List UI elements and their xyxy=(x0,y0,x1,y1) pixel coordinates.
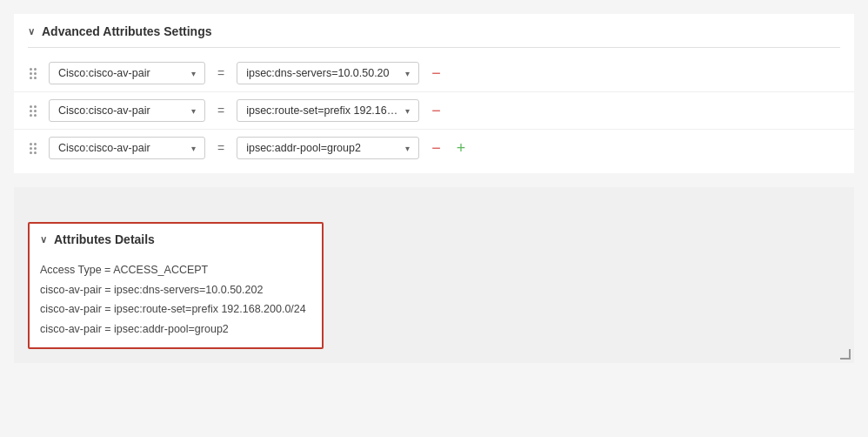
value-caret-icon: ▾ xyxy=(405,106,410,116)
add-row-button[interactable]: + xyxy=(453,138,470,158)
details-header: ∨ Attributes Details xyxy=(30,224,322,253)
attribute-dropdown-text: Cisco:cisco-av-pair xyxy=(58,104,150,117)
drag-handle[interactable] xyxy=(28,141,40,156)
detail-line: Access Type = ACCESS_ACCEPT xyxy=(40,260,311,280)
attribute-row: Cisco:cisco-av-pair ▾ = ipsec:route-set=… xyxy=(14,92,854,130)
value-dropdown[interactable]: ipsec:route-set=prefix 192.16… ▾ xyxy=(237,99,419,122)
attributes-details-section: ∨ Attributes Details Access Type = ACCES… xyxy=(28,222,324,349)
attributes-table: Cisco:cisco-av-pair ▾ = ipsec:dns-server… xyxy=(14,48,854,173)
details-body: Access Type = ACCESS_ACCEPTcisco-av-pair… xyxy=(30,253,322,347)
equals-sign: = xyxy=(214,66,228,80)
attribute-caret-icon: ▾ xyxy=(191,69,196,78)
resize-handle[interactable] xyxy=(840,349,851,360)
detail-line: cisco-av-pair = ipsec:addr-pool=group2 xyxy=(40,319,311,340)
advanced-attributes-section: ∨ Advanced Attributes Settings Cisco:cis… xyxy=(14,14,854,173)
attribute-dropdown[interactable]: Cisco:cisco-av-pair ▾ xyxy=(49,62,205,84)
drag-handle[interactable] xyxy=(28,66,40,81)
advanced-chevron-icon[interactable]: ∨ xyxy=(28,26,35,37)
value-caret-icon: ▾ xyxy=(405,69,410,78)
advanced-section-title: Advanced Attributes Settings xyxy=(42,24,212,38)
value-dropdown[interactable]: ipsec:addr-pool=group2 ▾ xyxy=(237,137,419,159)
value-dropdown[interactable]: ipsec:dns-servers=10.0.50.20 ▾ xyxy=(237,62,419,84)
value-dropdown-text: ipsec:dns-servers=10.0.50.20 xyxy=(246,67,389,79)
attribute-dropdown[interactable]: Cisco:cisco-av-pair ▾ xyxy=(49,99,205,122)
attribute-caret-icon: ▾ xyxy=(191,144,196,153)
lower-area: ∨ Attributes Details Access Type = ACCES… xyxy=(14,187,854,363)
value-dropdown-text: ipsec:addr-pool=group2 xyxy=(246,142,361,154)
advanced-section-header: ∨ Advanced Attributes Settings xyxy=(14,14,854,47)
remove-row-button[interactable]: − xyxy=(428,64,444,83)
drag-handle[interactable] xyxy=(28,104,40,118)
detail-line: cisco-av-pair = ipsec:dns-servers=10.0.5… xyxy=(40,280,311,300)
attribute-dropdown-text: Cisco:cisco-av-pair xyxy=(58,67,150,79)
value-caret-icon: ▾ xyxy=(405,144,410,153)
equals-sign: = xyxy=(214,104,228,118)
value-dropdown-text: ipsec:route-set=prefix 192.16… xyxy=(246,104,397,117)
equals-sign: = xyxy=(214,141,228,155)
attribute-dropdown-text: Cisco:cisco-av-pair xyxy=(58,142,150,154)
remove-row-button[interactable]: − xyxy=(428,138,444,158)
details-title: Attributes Details xyxy=(54,232,155,246)
detail-line: cisco-av-pair = ipsec:route-set=prefix 1… xyxy=(40,299,311,319)
details-chevron-icon[interactable]: ∨ xyxy=(40,234,47,245)
attribute-row: Cisco:cisco-av-pair ▾ = ipsec:dns-server… xyxy=(14,55,854,92)
attribute-row: Cisco:cisco-av-pair ▾ = ipsec:addr-pool=… xyxy=(14,130,854,166)
attribute-dropdown[interactable]: Cisco:cisco-av-pair ▾ xyxy=(49,137,205,159)
attribute-caret-icon: ▾ xyxy=(191,106,196,116)
remove-row-button[interactable]: − xyxy=(428,101,444,120)
